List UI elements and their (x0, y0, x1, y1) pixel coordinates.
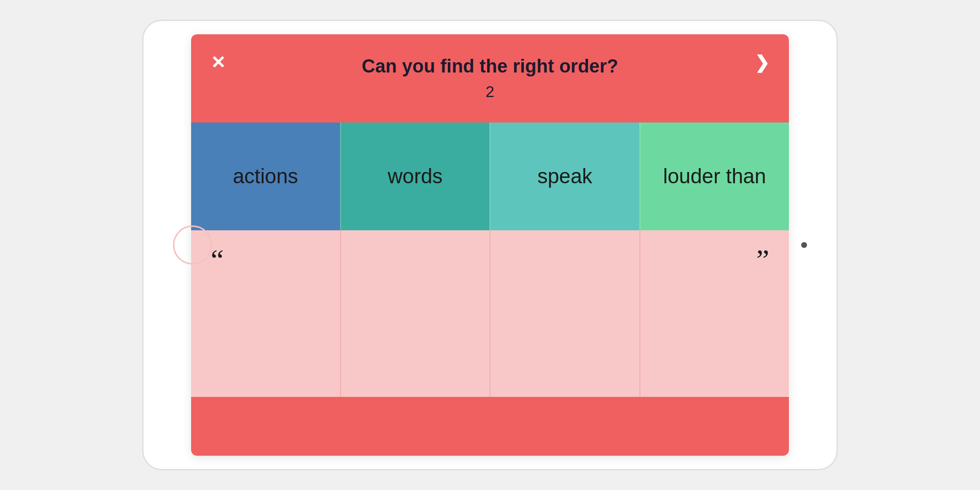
word-tile-speak[interactable]: speak (490, 122, 639, 230)
word-tile-words[interactable]: words (340, 122, 490, 230)
quiz-header: ✕ ❯ Can you find the right order? 2 (191, 34, 789, 122)
quiz-card: ✕ ❯ Can you find the right order? 2 acti… (191, 34, 789, 456)
word-tiles-row: actions words speak louder than (191, 122, 789, 230)
left-circle-button[interactable] (173, 225, 212, 265)
answer-col-4 (640, 230, 789, 397)
word-tile-actions[interactable]: actions (191, 122, 340, 230)
right-dot (801, 242, 807, 248)
question-title: Can you find the right order? (362, 56, 618, 77)
close-button[interactable]: ✕ (211, 54, 225, 72)
word-tile-louder-than[interactable]: louder than (639, 122, 789, 230)
answer-col-2 (341, 230, 491, 397)
answer-area[interactable]: “ ” (191, 230, 789, 397)
next-button[interactable]: ❯ (755, 54, 769, 72)
answer-col-3 (490, 230, 640, 397)
device-frame: ✕ ❯ Can you find the right order? 2 acti… (142, 20, 838, 470)
question-number: 2 (486, 83, 494, 101)
answer-col-1 (191, 230, 341, 397)
answer-columns (191, 230, 789, 397)
bottom-bar (191, 397, 789, 456)
